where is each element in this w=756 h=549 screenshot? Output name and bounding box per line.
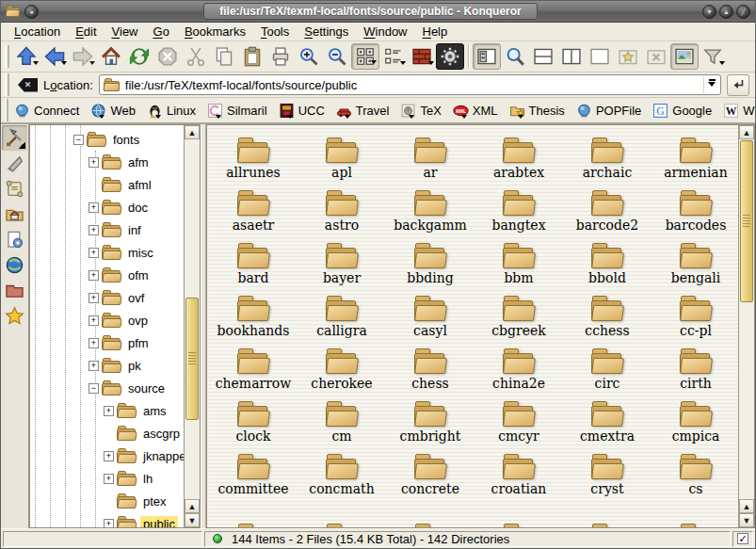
file-folder-barcodes[interactable]: barcodes [651, 182, 738, 234]
file-folder-clock[interactable]: clock [209, 393, 298, 445]
file-folder-partial[interactable] [386, 498, 475, 527]
filter-button[interactable] [699, 43, 727, 70]
tree-item-jknappen[interactable]: +jknappen [30, 444, 184, 467]
menu-window[interactable]: Window [356, 24, 414, 40]
up-button-dropdown-icon[interactable] [33, 61, 39, 68]
menu-settings[interactable]: Settings [297, 24, 356, 40]
menu-view[interactable]: View [105, 24, 146, 40]
tree-expander-icon[interactable]: + [88, 225, 99, 235]
bookmark-ucc[interactable]: UCC [276, 101, 330, 121]
file-folder-partial[interactable] [475, 498, 563, 527]
file-scroll-track[interactable] [739, 139, 754, 499]
tree-item-inf[interactable]: +inf [30, 218, 184, 241]
tree-expander-icon[interactable]: + [104, 406, 114, 416]
new-tab-button[interactable] [614, 43, 642, 70]
sidebar-services-button[interactable] [2, 227, 27, 252]
tree-expander-icon[interactable]: + [104, 519, 114, 528]
file-folder-barcode2[interactable]: barcode2 [563, 182, 651, 234]
file-folder-cirth[interactable]: cirth [651, 340, 738, 393]
file-folder-bengali[interactable]: bengali [651, 234, 738, 287]
tree-item-source[interactable]: −source [30, 377, 184, 399]
zoom-out-button[interactable] [323, 43, 351, 70]
location-combobox[interactable]: file:/usr/TeX/texmf-local/fonts/source/p… [99, 74, 721, 95]
menu-edit[interactable]: Edit [68, 24, 104, 40]
bookmark-travel[interactable]: Travel [333, 101, 394, 121]
bookmark-web-dropdown-icon[interactable] [99, 115, 105, 121]
menu-tools[interactable]: Tools [253, 24, 297, 40]
bookmark-tex-dropdown-icon[interactable] [409, 115, 414, 121]
sidebar-root-folder-button[interactable] [2, 278, 27, 303]
tree-item-ptex[interactable]: ptex [30, 490, 184, 512]
file-folder-bbding[interactable]: bbding [386, 234, 475, 287]
tree-expander-icon[interactable]: + [88, 315, 99, 326]
window-menu-button[interactable]: ● [24, 5, 39, 19]
bookmark-connect[interactable]: Connect [11, 101, 84, 121]
back-button-dropdown-icon[interactable] [61, 61, 67, 68]
icon-view-button-dropdown-icon[interactable] [371, 60, 377, 67]
tree-expander-icon[interactable]: − [88, 383, 99, 394]
file-folder-partial[interactable] [651, 498, 738, 527]
file-folder-chess[interactable]: chess [386, 340, 475, 393]
bookmark-google[interactable]: Google [650, 101, 716, 121]
tree-item-fonts[interactable]: −fonts [30, 128, 184, 151]
tree-expander-icon[interactable]: + [88, 338, 99, 348]
file-folder-arabtex[interactable]: arabtex [475, 129, 563, 182]
file-folder-allrunes[interactable]: allrunes [209, 129, 298, 182]
file-folder-cherokee[interactable]: cherokee [298, 340, 386, 393]
file-scroll-up-icon[interactable]: ▲ [739, 125, 754, 139]
go-button[interactable] [727, 74, 749, 96]
menu-help[interactable]: Help [415, 24, 456, 40]
file-folder-concmath[interactable]: concmath [298, 445, 386, 498]
file-folder-committee[interactable]: committee [209, 445, 298, 498]
file-folder-concrete[interactable]: concrete [386, 445, 475, 498]
file-folder-bbm[interactable]: bbm [475, 234, 563, 287]
file-folder-apl[interactable]: apl [298, 129, 386, 182]
tree-expander-icon[interactable]: + [88, 293, 99, 303]
bookmark-xml[interactable]: XML [450, 101, 503, 121]
tree-item-lh[interactable]: +lh [30, 467, 184, 490]
tree-scroll-up2-icon[interactable]: ▲ [185, 499, 200, 513]
file-folder-chemarrow[interactable]: chemarrow [209, 340, 298, 393]
menu-location[interactable]: Location [7, 24, 68, 40]
file-folder-china2e[interactable]: china2e [475, 340, 563, 393]
location-dropdown-arrow-icon[interactable] [703, 76, 719, 93]
toolbar-grip[interactable] [5, 45, 9, 68]
tree-expander-icon[interactable]: − [73, 135, 84, 145]
bookmark-silmaril[interactable]: Silmaril [204, 101, 272, 121]
status-extension-cell[interactable]: ✓ [732, 531, 753, 547]
find-button[interactable] [501, 43, 529, 70]
bookmark-linux[interactable]: Linux [144, 101, 201, 121]
bookmark-travel-dropdown-icon[interactable] [345, 115, 350, 121]
bookmark-thesis[interactable]: Thesis [507, 101, 570, 121]
sidebar-home-folder-button[interactable] [2, 202, 27, 227]
tree-item-ams[interactable]: +ams [30, 399, 184, 422]
tree-expander-icon[interactable]: + [88, 361, 99, 371]
location-input[interactable]: file:/usr/TeX/texmf-local/fonts/source/p… [125, 78, 699, 92]
bookmark-ucc-dropdown-icon[interactable] [287, 115, 293, 121]
file-folder-cs[interactable]: cs [651, 445, 738, 498]
file-scroll-up2-icon[interactable]: ▲ [739, 499, 754, 513]
split-vertical-button[interactable] [557, 43, 586, 70]
tree-expander-icon[interactable]: + [88, 270, 99, 281]
tree-item-ovp[interactable]: +ovp [30, 309, 184, 331]
file-folder-cmpica[interactable]: cmpica [651, 393, 738, 445]
bookmark-tex[interactable]: TeX [397, 101, 445, 121]
file-folder-bookhands[interactable]: bookhands [209, 287, 298, 340]
file-folder-partial[interactable] [298, 498, 386, 527]
file-folder-calligra[interactable]: calligra [298, 287, 386, 340]
detail-view-button[interactable] [408, 43, 436, 70]
tree-item-doc[interactable]: +doc [30, 196, 184, 218]
sidebar-bookmarks-star-button[interactable] [2, 303, 27, 329]
tree-item-pfm[interactable]: +pfm [30, 331, 184, 354]
tree-scroll-down-icon[interactable]: ▼ [185, 513, 200, 527]
bookmark-web[interactable]: Web [88, 101, 140, 121]
bookmark-thesis-dropdown-icon[interactable] [518, 115, 523, 121]
file-scroll-down-icon[interactable]: ▼ [739, 513, 754, 527]
tree-scroll-track[interactable] [185, 139, 200, 499]
file-folder-cc-pl[interactable]: cc-pl [651, 287, 738, 340]
file-folder-asaetr[interactable]: asaetr [209, 182, 298, 234]
bookmark-xml-dropdown-icon[interactable] [461, 115, 467, 121]
file-view-scrollbar[interactable]: ▲ ▲ ▼ [738, 125, 754, 527]
file-scroll-thumb[interactable] [740, 140, 753, 302]
paste-button[interactable] [238, 43, 266, 70]
